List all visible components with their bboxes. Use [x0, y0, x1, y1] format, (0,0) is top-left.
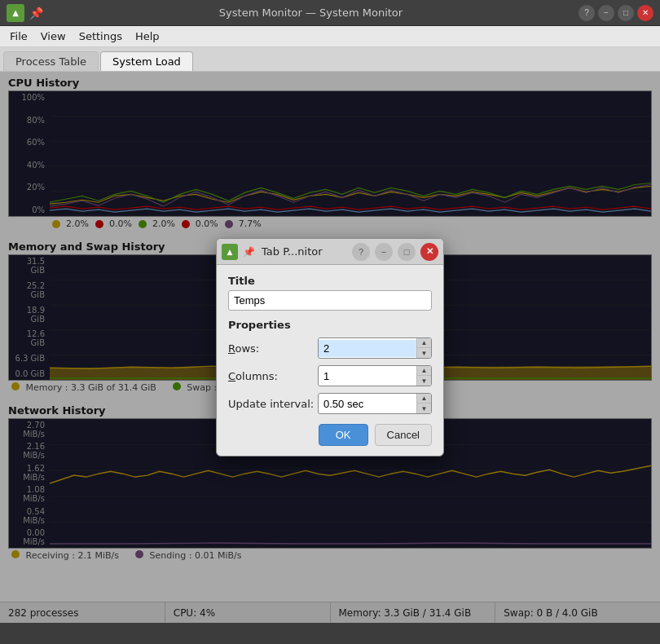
rows-row: Rows: ▲ ▼	[228, 337, 432, 359]
dialog-close-button[interactable]: ✕	[420, 243, 438, 261]
rows-arrows: ▲ ▼	[416, 338, 431, 358]
dialog-titlebar: ▲ 📌 Tab P...nitor ? − □ ✕	[217, 239, 443, 265]
columns-down-arrow[interactable]: ▼	[416, 376, 431, 386]
app-icon: ▲	[7, 4, 24, 22]
menu-file[interactable]: File	[3, 29, 34, 44]
dialog-pin-icon: 📌	[243, 246, 255, 258]
dialog-help-button[interactable]: ?	[352, 243, 370, 261]
maximize-button[interactable]: □	[618, 5, 634, 21]
columns-row: Columns: ▲ ▼	[228, 365, 432, 386]
title-bar-controls: ? − □ ✕	[579, 5, 653, 21]
dialog-maximize-button[interactable]: □	[398, 243, 416, 261]
rows-input[interactable]	[319, 340, 416, 357]
dialog-body: Title Properties Rows: ▲ ▼	[217, 265, 443, 456]
interval-down-arrow[interactable]: ▼	[416, 404, 431, 413]
interval-row: Update interval: ▲ ▼	[228, 393, 432, 414]
pin-icon: 📌	[29, 7, 43, 20]
rows-label: Rows:	[228, 342, 318, 355]
window-title: System Monitor — System Monitor	[43, 7, 579, 19]
interval-arrows: ▲ ▼	[416, 394, 431, 413]
rows-up-arrow[interactable]: ▲	[416, 338, 431, 348]
main-content: CPU History 100% 80% 60% 40% 20% 0%	[0, 72, 660, 623]
dialog-app-icon: ▲	[222, 244, 238, 260]
rows-spinbox: ▲ ▼	[318, 337, 432, 359]
menu-bar: File View Settings Help	[0, 26, 660, 47]
columns-spinbox: ▲ ▼	[318, 365, 432, 386]
title-input[interactable]	[228, 290, 432, 311]
interval-up-arrow[interactable]: ▲	[416, 394, 431, 404]
interval-input[interactable]	[319, 395, 416, 412]
menu-view[interactable]: View	[34, 29, 73, 44]
columns-up-arrow[interactable]: ▲	[416, 366, 431, 376]
tabs-bar: Process Table System Load	[0, 47, 660, 72]
title-bar-left: ▲ 📌	[7, 4, 43, 22]
tab-system-load[interactable]: System Load	[100, 51, 193, 71]
menu-settings[interactable]: Settings	[73, 29, 129, 44]
ok-button[interactable]: OK	[319, 424, 368, 446]
minimize-button[interactable]: −	[598, 5, 614, 21]
columns-label: Columns:	[228, 370, 318, 382]
tab-process-table[interactable]: Process Table	[3, 51, 99, 71]
title-field-label: Title	[228, 275, 432, 287]
tab-properties-dialog: ▲ 📌 Tab P...nitor ? − □ ✕ Title Properti…	[216, 238, 444, 457]
interval-spinbox: ▲ ▼	[318, 393, 432, 414]
dialog-minimize-button[interactable]: −	[375, 243, 393, 261]
dialog-buttons: OK Cancel	[228, 424, 432, 446]
properties-label: Properties	[228, 319, 432, 331]
title-bar: ▲ 📌 System Monitor — System Monitor ? − …	[0, 0, 660, 26]
dialog-overlay: ▲ 📌 Tab P...nitor ? − □ ✕ Title Properti…	[0, 72, 660, 623]
rows-down-arrow[interactable]: ▼	[416, 348, 431, 358]
close-button[interactable]: ✕	[637, 5, 653, 21]
interval-label: Update interval:	[228, 398, 318, 410]
columns-arrows: ▲ ▼	[416, 366, 431, 386]
cancel-button[interactable]: Cancel	[375, 424, 432, 446]
help-button[interactable]: ?	[579, 5, 595, 21]
menu-help[interactable]: Help	[129, 29, 166, 44]
columns-input[interactable]	[319, 368, 416, 385]
dialog-title: Tab P...nitor	[262, 245, 347, 258]
